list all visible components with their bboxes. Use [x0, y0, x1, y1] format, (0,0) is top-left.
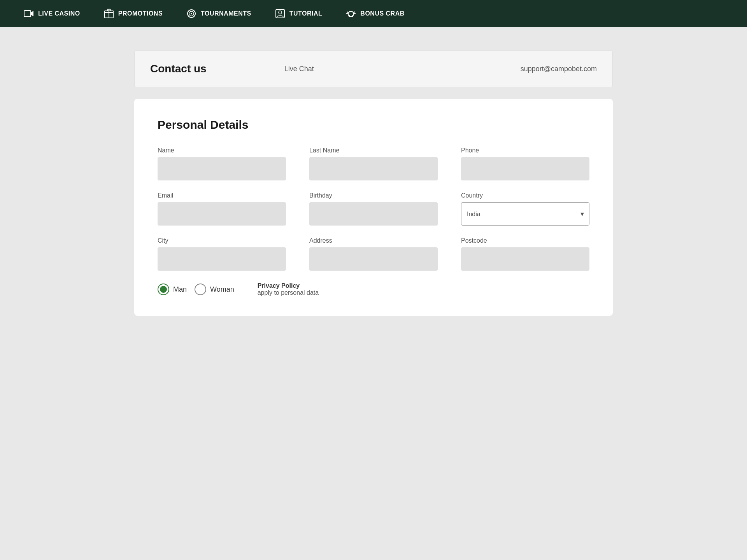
city-group: City: [158, 237, 286, 271]
postcode-label: Postcode: [461, 237, 589, 244]
city-label: City: [158, 237, 286, 244]
address-group: Address: [309, 237, 438, 271]
country-label: Country: [461, 192, 589, 199]
phone-group: Phone: [461, 147, 589, 180]
radio-man-circle: [158, 284, 169, 295]
postcode-group: Postcode: [461, 237, 589, 271]
country-select-wrapper: India USA UK: [461, 202, 589, 226]
nav-item-tournaments[interactable]: Tournaments: [186, 8, 251, 19]
svg-marker-1: [31, 11, 33, 16]
trophy-icon: [186, 8, 197, 19]
birthday-input[interactable]: [309, 202, 438, 226]
nav-label-tutorial: Tutorial: [289, 10, 323, 17]
lastname-input[interactable]: [309, 157, 438, 180]
main-content: Contact us Live Chat support@campobet.co…: [126, 51, 621, 316]
contact-title: Contact us: [150, 63, 207, 75]
radio-woman-circle: [195, 284, 206, 295]
birthday-label: Birthday: [309, 192, 438, 199]
city-input[interactable]: [158, 247, 286, 271]
radio-woman[interactable]: Woman: [195, 284, 234, 295]
phone-input[interactable]: [461, 157, 589, 180]
country-select[interactable]: India USA UK: [461, 202, 589, 226]
lastname-group: Last Name: [309, 147, 438, 180]
email-group: Email: [158, 192, 286, 226]
privacy-subtitle: apply to personal data: [258, 289, 319, 296]
name-input[interactable]: [158, 157, 286, 180]
nav-item-promotions[interactable]: Promotions: [103, 8, 163, 19]
privacy-title[interactable]: Privacy Policy: [258, 282, 319, 289]
personal-details-title: Personal Details: [158, 118, 589, 131]
privacy-policy: Privacy Policy apply to personal data: [258, 282, 319, 296]
birthday-group: Birthday: [309, 192, 438, 226]
nav-item-tutorial[interactable]: Tutorial: [275, 8, 323, 19]
radio-woman-label: Woman: [210, 285, 234, 294]
address-input[interactable]: [309, 247, 438, 271]
nav-label-bonus-crab: Bonus Crab: [360, 10, 404, 17]
svg-line-11: [347, 12, 349, 13]
phone-label: Phone: [461, 147, 589, 154]
nav-label-live-casino: Live Casino: [38, 10, 80, 17]
email-input[interactable]: [158, 202, 286, 226]
person-badge-icon: [275, 8, 286, 19]
top-navigation: Live Casino Promotions Tournaments: [0, 0, 747, 27]
email-label: Email: [158, 192, 286, 199]
name-group: Name: [158, 147, 286, 180]
contact-email: support@campobet.com: [521, 65, 597, 73]
svg-line-12: [353, 12, 355, 13]
radio-man[interactable]: Man: [158, 284, 187, 295]
crab-icon: [345, 8, 356, 19]
gift-icon: [103, 8, 114, 19]
country-group: Country India USA UK: [461, 192, 589, 226]
name-label: Name: [158, 147, 286, 154]
video-camera-icon: [23, 8, 34, 19]
postcode-input[interactable]: [461, 247, 589, 271]
nav-label-tournaments: Tournaments: [201, 10, 251, 17]
form-grid: Name Last Name Phone Email Birthday: [158, 147, 589, 271]
nav-label-promotions: Promotions: [118, 10, 163, 17]
gender-group: Man Woman: [158, 284, 234, 295]
contact-live-chat[interactable]: Live Chat: [284, 65, 314, 73]
svg-point-7: [191, 13, 192, 14]
svg-point-9: [279, 11, 282, 14]
svg-rect-0: [24, 10, 31, 17]
nav-item-live-casino[interactable]: Live Casino: [23, 8, 80, 19]
lastname-label: Last Name: [309, 147, 438, 154]
radio-man-label: Man: [173, 285, 187, 294]
address-label: Address: [309, 237, 438, 244]
personal-details-card: Personal Details Name Last Name Phone Em…: [134, 99, 613, 316]
nav-item-bonus-crab[interactable]: Bonus Crab: [345, 8, 404, 19]
gender-privacy-row: Man Woman Privacy Policy apply to person…: [158, 282, 589, 296]
contact-bar: Contact us Live Chat support@campobet.co…: [134, 51, 613, 87]
